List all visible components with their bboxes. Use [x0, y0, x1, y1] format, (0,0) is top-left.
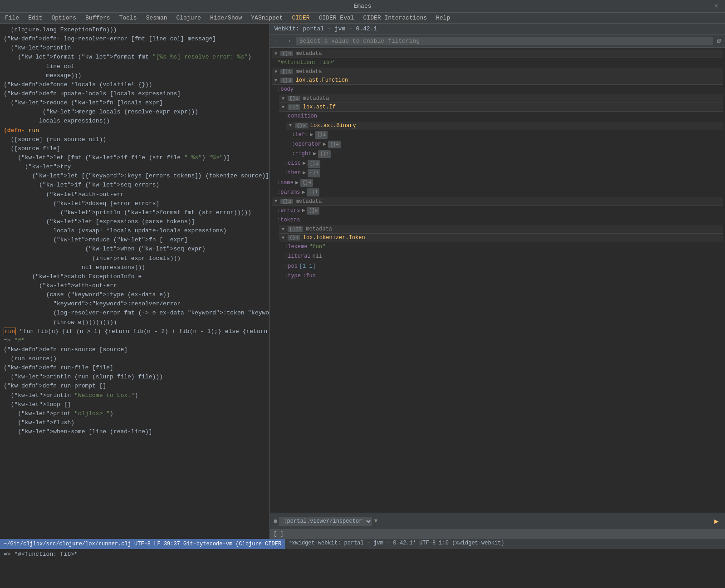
menu-item-buffers[interactable]: Buffers: [84, 14, 112, 22]
menu-item-file[interactable]: File: [4, 14, 20, 22]
status-bar-left-text: ~/Git/cljlox/src/clojure/lox/runner.clj …: [4, 541, 281, 547]
menu-item-sesman[interactable]: Sesman: [145, 14, 169, 22]
tree-section[interactable]: ▼{}4lox.tokenizer.Token: [279, 234, 723, 242]
section-label: lox.ast.Binary: [310, 122, 356, 129]
code-line: (defn- run: [4, 126, 266, 135]
code-line: (case ("keyword">:type (ex-data e)): [4, 290, 266, 299]
collapse-arrow-icon[interactable]: ▼: [274, 51, 277, 56]
menu-item-edit[interactable]: Edit: [27, 14, 44, 22]
kv-value-badge: {}1: [318, 150, 331, 158]
code-line: ("kw-let">flush): [4, 418, 266, 427]
status-bar-right: *xwidget-webkit: portal - jvm - 0.42.1* …: [285, 539, 725, 549]
kv-keyword-value: :fun: [303, 272, 316, 280]
code-line: ("kw-let">let [expressions (parse tokens…: [4, 217, 266, 226]
main-layout: (clojure.lang ExceptionInfo)))("kw-defn"…: [0, 24, 725, 539]
collapse-arrow-icon[interactable]: ▼: [282, 105, 284, 110]
menu-item-cider-eval[interactable]: CIDER Eval: [318, 14, 356, 22]
kv-value-badge: {}4: [300, 179, 313, 187]
menu-item-tools[interactable]: Tools: [118, 14, 138, 22]
section-count-badge: []37: [288, 226, 303, 232]
tree-section[interactable]: ▼{}2metadata: [272, 197, 723, 206]
menu-item-yasnippet[interactable]: YASnippet: [250, 14, 284, 22]
collapse-arrow-icon[interactable]: ▼: [282, 235, 284, 240]
tree-kv-row: :right▶{}1: [290, 149, 723, 159]
portal-content[interactable]: ▼()4metadata"#<function: fib>"▼[]1metada…: [270, 48, 725, 513]
tree-kv-row: :else▶{}1: [283, 159, 723, 168]
status-bar-container: ~/Git/cljlox/src/clojure/lox/runner.clj …: [0, 539, 725, 549]
minibuf-text: => "#<function: fib>": [4, 551, 78, 558]
code-line: ("kw-defn">defn update-locals [locals ex…: [4, 89, 266, 98]
section-count-badge: ()4: [280, 51, 293, 56]
title-bar: Emacs ×: [0, 0, 725, 13]
eval-button[interactable]: ▶: [711, 516, 721, 527]
tree-section[interactable]: ▼()4metadata: [272, 49, 723, 58]
tree-section[interactable]: ▼[]1metadata: [279, 94, 723, 103]
menu-bar: FileEditOptionsBuffersToolsSesmanClojure…: [0, 13, 725, 24]
filter-cancel-icon[interactable]: ∅: [717, 36, 721, 45]
tree-key: :tokens: [277, 216, 300, 225]
kv-value-badge: {}4: [328, 141, 341, 149]
tree-key: :params: [277, 188, 300, 197]
menu-item-options[interactable]: Options: [50, 14, 78, 22]
collapse-arrow-icon[interactable]: ▼: [274, 199, 277, 204]
menu-item-cider[interactable]: CIDER: [291, 14, 311, 22]
section-count-badge: []1: [280, 69, 293, 74]
tree-kv-row: :type:fun: [283, 271, 723, 281]
status-bar-left: ~/Git/cljlox/src/clojure/lox/runner.clj …: [0, 539, 285, 549]
menu-item-help[interactable]: Help: [435, 14, 451, 22]
code-line: ("kw-let">try: [4, 162, 266, 172]
code-line: ("kw-let">let [{"keyword">:keys [errors …: [4, 172, 266, 181]
tree-key: :errors: [277, 206, 300, 215]
tree-section[interactable]: ▼{}3lox.ast.Function: [272, 76, 723, 85]
nav-back-button[interactable]: ←: [274, 36, 281, 45]
tree-kv-row: :errors▶[]0: [275, 206, 723, 216]
tree-section[interactable]: ▼[]37metadata: [279, 225, 723, 234]
tree-kv-row: :tokens: [275, 216, 723, 225]
menu-item-cider-interactions[interactable]: CIDER Interactions: [362, 14, 428, 22]
tree-section[interactable]: ▼{}3lox.ast.If: [279, 103, 723, 112]
collapse-arrow-icon[interactable]: ▼: [289, 123, 292, 128]
collapse-arrow-icon[interactable]: ▼: [274, 78, 277, 83]
kv-arrow-icon: ▶: [303, 169, 306, 177]
tree-section[interactable]: ▼[]1metadata: [272, 68, 723, 76]
collapse-arrow-icon[interactable]: ▼: [282, 227, 284, 232]
nav-forward-button[interactable]: →: [284, 36, 292, 45]
code-line: "keyword">:"keyword">:resolver/error: [4, 299, 266, 309]
code-line: ("kw-let">with-out-err: [4, 190, 266, 199]
code-line: ("kw-defn">defn- log-resolver-error [fmt…: [4, 34, 266, 44]
section-count-badge: []1: [288, 96, 300, 101]
portal-icon: ■: [274, 518, 277, 525]
portal-viewer-select[interactable]: :portal.viewer/inspector: [279, 517, 372, 526]
section-label: metadata: [296, 50, 322, 57]
code-line: ("kw-defn">defn run-prompt []: [4, 382, 266, 391]
portal-footer-value: [ ]: [274, 531, 284, 537]
menu-item-hide/show[interactable]: Hide/Show: [209, 14, 243, 22]
code-line: ("kw-defn">defn run-source [source]: [4, 345, 266, 354]
code-line: => "#": [4, 336, 266, 345]
section-label: lox.ast.If: [303, 104, 336, 110]
collapse-arrow-icon[interactable]: ▼: [282, 96, 284, 101]
tree-key: :type: [284, 272, 301, 280]
code-line: ("kw-let">print "cljlox> "): [4, 409, 266, 418]
code-line: ("kw-let">let [fmt ("kw-let">if file (st…: [4, 153, 266, 162]
tree-section[interactable]: ▼{}3lox.ast.Binary: [286, 122, 723, 130]
tree-key: :right: [292, 150, 311, 158]
editor-pane: (clojure.lang ExceptionInfo)))("kw-defn"…: [0, 24, 270, 539]
editor-content[interactable]: (clojure.lang ExceptionInfo)))("kw-defn"…: [0, 24, 269, 539]
tree-key: :pos: [284, 262, 298, 271]
tree-kv-row: :lexeme"fun": [283, 242, 723, 252]
tree-kv-row: :params▶[]1: [275, 188, 723, 197]
filter-input[interactable]: [296, 37, 714, 45]
close-button[interactable]: ×: [713, 3, 720, 10]
section-label: metadata: [303, 95, 329, 102]
tree-key: :left: [292, 131, 308, 139]
kv-arrow-icon: ▶: [323, 140, 326, 149]
code-line: ("kw-let">catch ExceptionInfo e: [4, 272, 266, 281]
kv-arrow-icon: ▶: [302, 206, 305, 215]
tree-kv-row: :then▶{}1: [283, 168, 723, 178]
kv-arrow-icon: ▶: [302, 188, 305, 197]
collapse-arrow-icon[interactable]: ▼: [274, 69, 277, 74]
tree-key: :operator: [292, 140, 321, 149]
menu-item-clojure[interactable]: Clojure: [175, 14, 202, 22]
code-line: line col: [4, 62, 266, 71]
